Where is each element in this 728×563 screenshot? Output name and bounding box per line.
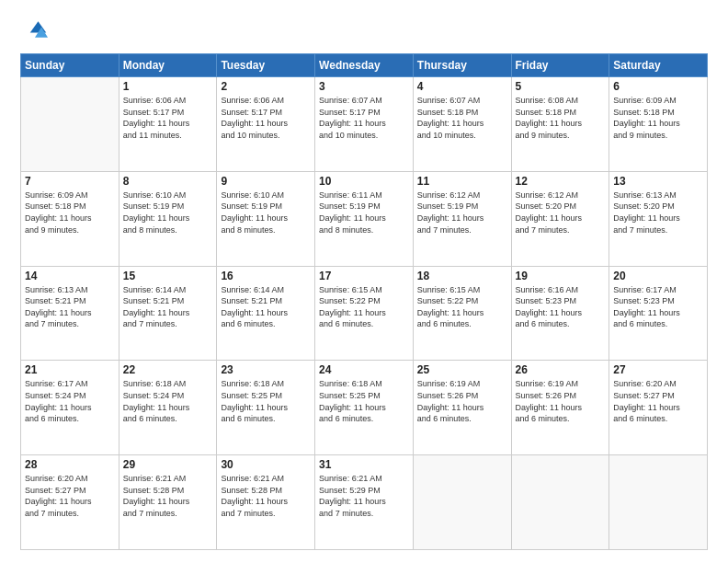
weekday-header-row: SundayMondayTuesdayWednesdayThursdayFrid… [21, 54, 708, 77]
calendar-cell: 26Sunrise: 6:19 AMSunset: 5:26 PMDayligh… [511, 361, 609, 455]
weekday-header-thursday: Thursday [413, 54, 511, 77]
weekday-header-saturday: Saturday [609, 54, 708, 77]
week-row-0: 1Sunrise: 6:06 AMSunset: 5:17 PMDaylight… [21, 77, 708, 172]
calendar-cell: 18Sunrise: 6:15 AMSunset: 5:22 PMDayligh… [413, 266, 511, 361]
day-info: Sunrise: 6:21 AMSunset: 5:28 PMDaylight:… [221, 473, 311, 519]
calendar-cell: 6Sunrise: 6:09 AMSunset: 5:18 PMDaylight… [609, 77, 708, 172]
calendar-cell: 17Sunrise: 6:15 AMSunset: 5:22 PMDayligh… [315, 266, 414, 361]
logo [20, 17, 48, 46]
day-info: Sunrise: 6:14 AMSunset: 5:21 PMDaylight:… [123, 284, 213, 330]
day-info: Sunrise: 6:07 AMSunset: 5:18 PMDaylight:… [417, 95, 507, 141]
day-info: Sunrise: 6:10 AMSunset: 5:19 PMDaylight:… [123, 190, 213, 236]
day-number: 29 [123, 458, 213, 471]
calendar-cell: 30Sunrise: 6:21 AMSunset: 5:28 PMDayligh… [217, 455, 315, 550]
day-number: 7 [25, 175, 115, 188]
day-number: 5 [516, 80, 606, 93]
day-number: 11 [417, 175, 507, 188]
day-info: Sunrise: 6:06 AMSunset: 5:17 PMDaylight:… [123, 95, 213, 141]
day-info: Sunrise: 6:11 AMSunset: 5:19 PMDaylight:… [319, 190, 409, 236]
calendar-cell: 9Sunrise: 6:10 AMSunset: 5:19 PMDaylight… [217, 171, 315, 266]
day-info: Sunrise: 6:06 AMSunset: 5:17 PMDaylight:… [221, 95, 311, 141]
day-info: Sunrise: 6:12 AMSunset: 5:19 PMDaylight:… [417, 190, 507, 236]
calendar-cell: 25Sunrise: 6:19 AMSunset: 5:26 PMDayligh… [413, 361, 511, 455]
calendar-cell [413, 455, 511, 550]
day-info: Sunrise: 6:17 AMSunset: 5:23 PMDaylight:… [613, 284, 703, 330]
day-number: 15 [123, 270, 213, 282]
day-info: Sunrise: 6:12 AMSunset: 5:20 PMDaylight:… [516, 190, 606, 236]
weekday-header-wednesday: Wednesday [315, 54, 414, 77]
day-number: 16 [221, 270, 311, 282]
calendar-cell: 21Sunrise: 6:17 AMSunset: 5:24 PMDayligh… [21, 361, 119, 455]
day-info: Sunrise: 6:07 AMSunset: 5:17 PMDaylight:… [319, 95, 409, 141]
calendar-cell: 14Sunrise: 6:13 AMSunset: 5:21 PMDayligh… [21, 266, 119, 361]
day-number: 24 [319, 363, 409, 376]
day-number: 13 [613, 175, 703, 188]
weekday-header-sunday: Sunday [21, 54, 119, 77]
day-number: 28 [25, 458, 115, 471]
week-row-4: 28Sunrise: 6:20 AMSunset: 5:27 PMDayligh… [21, 455, 708, 550]
weekday-header-friday: Friday [511, 54, 609, 77]
day-number: 4 [417, 80, 507, 93]
day-number: 9 [221, 175, 311, 188]
day-info: Sunrise: 6:18 AMSunset: 5:25 PMDaylight:… [221, 378, 311, 424]
day-info: Sunrise: 6:16 AMSunset: 5:23 PMDaylight:… [516, 284, 606, 330]
day-info: Sunrise: 6:14 AMSunset: 5:21 PMDaylight:… [221, 284, 311, 330]
calendar-cell: 29Sunrise: 6:21 AMSunset: 5:28 PMDayligh… [119, 455, 217, 550]
day-number: 22 [123, 363, 213, 376]
calendar-cell [21, 77, 119, 172]
day-info: Sunrise: 6:10 AMSunset: 5:19 PMDaylight:… [221, 190, 311, 236]
logo-icon [22, 17, 48, 42]
calendar-cell: 22Sunrise: 6:18 AMSunset: 5:24 PMDayligh… [119, 361, 217, 455]
day-info: Sunrise: 6:19 AMSunset: 5:26 PMDaylight:… [516, 378, 606, 424]
day-number: 18 [417, 270, 507, 282]
day-number: 2 [221, 80, 311, 93]
calendar-cell [511, 455, 609, 550]
calendar-cell: 12Sunrise: 6:12 AMSunset: 5:20 PMDayligh… [511, 171, 609, 266]
day-number: 25 [417, 363, 507, 376]
day-info: Sunrise: 6:18 AMSunset: 5:24 PMDaylight:… [123, 378, 213, 424]
calendar-cell: 27Sunrise: 6:20 AMSunset: 5:27 PMDayligh… [609, 361, 708, 455]
day-info: Sunrise: 6:13 AMSunset: 5:20 PMDaylight:… [613, 190, 703, 236]
week-row-1: 7Sunrise: 6:09 AMSunset: 5:18 PMDaylight… [21, 171, 708, 266]
day-info: Sunrise: 6:15 AMSunset: 5:22 PMDaylight:… [319, 284, 409, 330]
weekday-header-tuesday: Tuesday [217, 54, 315, 77]
day-info: Sunrise: 6:15 AMSunset: 5:22 PMDaylight:… [417, 284, 507, 330]
day-number: 12 [516, 175, 606, 188]
week-row-3: 21Sunrise: 6:17 AMSunset: 5:24 PMDayligh… [21, 361, 708, 455]
day-info: Sunrise: 6:09 AMSunset: 5:18 PMDaylight:… [25, 190, 115, 236]
calendar-cell: 2Sunrise: 6:06 AMSunset: 5:17 PMDaylight… [217, 77, 315, 172]
header [20, 17, 708, 46]
day-number: 20 [613, 270, 703, 282]
page: SundayMondayTuesdayWednesdayThursdayFrid… [0, 0, 728, 563]
calendar-cell: 28Sunrise: 6:20 AMSunset: 5:27 PMDayligh… [21, 455, 119, 550]
day-info: Sunrise: 6:09 AMSunset: 5:18 PMDaylight:… [613, 95, 703, 141]
day-number: 30 [221, 458, 311, 471]
day-number: 19 [516, 270, 606, 282]
calendar-cell: 8Sunrise: 6:10 AMSunset: 5:19 PMDaylight… [119, 171, 217, 266]
calendar-cell: 11Sunrise: 6:12 AMSunset: 5:19 PMDayligh… [413, 171, 511, 266]
calendar-cell: 7Sunrise: 6:09 AMSunset: 5:18 PMDaylight… [21, 171, 119, 266]
day-number: 27 [613, 363, 703, 376]
calendar-table: SundayMondayTuesdayWednesdayThursdayFrid… [20, 53, 708, 550]
day-number: 31 [319, 458, 409, 471]
calendar-cell: 13Sunrise: 6:13 AMSunset: 5:20 PMDayligh… [609, 171, 708, 266]
day-number: 23 [221, 363, 311, 376]
day-info: Sunrise: 6:13 AMSunset: 5:21 PMDaylight:… [25, 284, 115, 330]
week-row-2: 14Sunrise: 6:13 AMSunset: 5:21 PMDayligh… [21, 266, 708, 361]
calendar-cell: 10Sunrise: 6:11 AMSunset: 5:19 PMDayligh… [315, 171, 414, 266]
calendar-cell: 23Sunrise: 6:18 AMSunset: 5:25 PMDayligh… [217, 361, 315, 455]
day-info: Sunrise: 6:20 AMSunset: 5:27 PMDaylight:… [613, 378, 703, 424]
day-number: 14 [25, 270, 115, 282]
calendar-cell: 4Sunrise: 6:07 AMSunset: 5:18 PMDaylight… [413, 77, 511, 172]
day-number: 6 [613, 80, 703, 93]
weekday-header-monday: Monday [119, 54, 217, 77]
day-number: 10 [319, 175, 409, 188]
day-number: 8 [123, 175, 213, 188]
calendar-cell: 15Sunrise: 6:14 AMSunset: 5:21 PMDayligh… [119, 266, 217, 361]
calendar-cell: 31Sunrise: 6:21 AMSunset: 5:29 PMDayligh… [315, 455, 414, 550]
day-info: Sunrise: 6:21 AMSunset: 5:29 PMDaylight:… [319, 473, 409, 519]
calendar-cell: 20Sunrise: 6:17 AMSunset: 5:23 PMDayligh… [609, 266, 708, 361]
day-number: 21 [25, 363, 115, 376]
day-number: 17 [319, 270, 409, 282]
calendar-cell: 1Sunrise: 6:06 AMSunset: 5:17 PMDaylight… [119, 77, 217, 172]
